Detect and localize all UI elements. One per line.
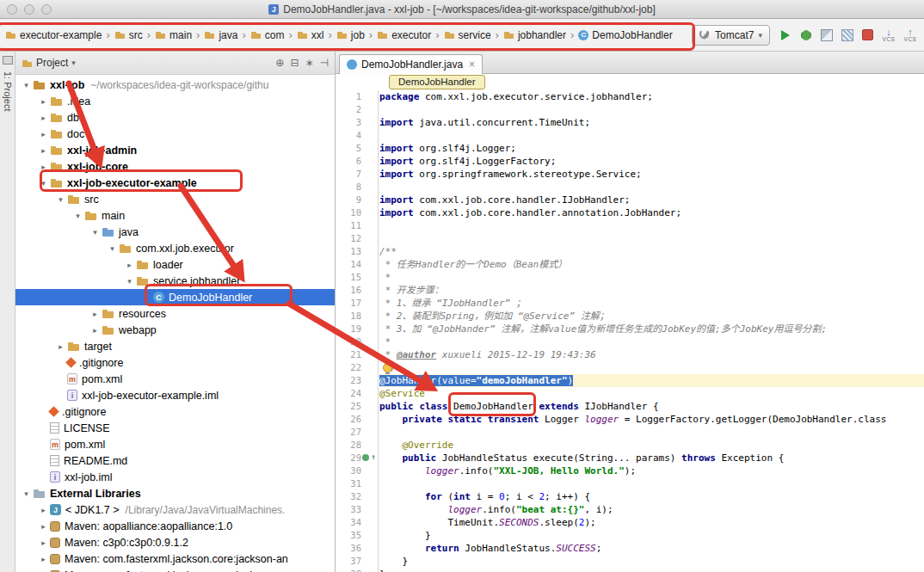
tree-toggle-icon[interactable]: ▾	[124, 277, 135, 286]
minimize-window-button[interactable]	[24, 4, 34, 15]
tree-item-xxl-job[interactable]: ▾xxl-job~/workspaces/idea-git-workspace/…	[15, 77, 335, 93]
chevron-down-icon[interactable]: ▾	[71, 58, 76, 67]
code-line-35[interactable]: }	[379, 529, 924, 542]
tree-toggle-icon[interactable]: ▾	[38, 179, 49, 188]
settings-gear-icon[interactable]: ∗	[305, 57, 313, 69]
tree-item-src[interactable]: ▾src	[15, 191, 335, 207]
tree-item-external-libraries[interactable]: ▾External Libraries	[15, 485, 335, 501]
code-line-29[interactable]: public JobHandleStatus execute(String...…	[379, 452, 924, 464]
code-line-31[interactable]	[379, 477, 924, 490]
tree-toggle-icon[interactable]: ▸	[38, 130, 49, 138]
code-line-13[interactable]: /**	[379, 245, 924, 258]
code-line-3[interactable]: import java.util.concurrent.TimeUnit;	[379, 116, 924, 129]
tree-item-maven-c3p0-c3p0-0-9-1-2[interactable]: ▸Maven: c3p0:c3p0:0.9.1.2	[15, 534, 335, 550]
tree-toggle-icon[interactable]: ▸	[89, 310, 101, 318]
vcs-commit-button[interactable]: ↑ VCS	[901, 26, 920, 45]
tree-toggle-icon[interactable]: ▸	[38, 555, 49, 563]
tree-toggle-icon[interactable]: ▾	[89, 228, 101, 237]
tree-toggle-icon[interactable]: ▸	[38, 522, 49, 531]
code-line-16[interactable]: * 开发步骤：	[379, 284, 924, 297]
code-line-5[interactable]: import org.slf4j.Logger;	[379, 142, 924, 155]
tree-item-main[interactable]: ▾main	[15, 207, 335, 224]
code-line-12[interactable]	[379, 232, 924, 245]
breadcrumb-item-main[interactable]: main	[154, 28, 193, 43]
run-config-select[interactable]: Tomcat7 ▾	[692, 25, 770, 46]
code-line-2[interactable]	[379, 103, 924, 116]
code-line-14[interactable]: * 任务Handler的一个Demo（Bean模式）	[379, 258, 924, 271]
project-tool-button[interactable]: 1: Project	[3, 71, 13, 111]
tree-toggle-icon[interactable]: ▸	[124, 261, 135, 269]
code-line-15[interactable]: *	[379, 271, 924, 284]
tree-item-pom-xml[interactable]: mpom.xml	[15, 436, 335, 452]
tree-item-license[interactable]: LICENSE	[15, 420, 335, 436]
tree-toggle-icon[interactable]: ▾	[21, 81, 32, 89]
scroll-from-source-icon[interactable]: ⊕	[275, 57, 284, 69]
breadcrumb-item-xxl[interactable]: xxl	[296, 28, 325, 43]
tree-item-gitignore[interactable]: .gitignore	[15, 403, 335, 420]
stop-button[interactable]	[859, 26, 877, 44]
tree-toggle-icon[interactable]: ▸	[38, 146, 49, 155]
code-line-11[interactable]	[379, 219, 924, 232]
tree-item-maven-aopalliance-aopalliance-1-0[interactable]: ▸Maven: aopalliance:aopalliance:1.0	[15, 518, 335, 534]
tree-toggle-icon[interactable]: ▸	[38, 506, 49, 514]
tree-item-readme-md[interactable]: README.md	[15, 452, 335, 469]
tree-item-xxl-job-core[interactable]: ▸xxl-job-core	[15, 158, 335, 175]
tree-toggle-icon[interactable]: ▾	[72, 212, 83, 220]
breadcrumb-item-executor[interactable]: executor	[376, 28, 432, 43]
zoom-window-button[interactable]	[41, 4, 52, 15]
vcs-update-button[interactable]: ↓ VCS	[879, 26, 898, 45]
tree-toggle-icon[interactable]: ▸	[38, 538, 49, 547]
debug-button[interactable]	[797, 26, 815, 44]
code-line-32[interactable]: for (int i = 0; i < 2; i++) {	[379, 490, 924, 503]
tree-item-xxl-job-executor-example[interactable]: ▾xxl-job-executor-example	[15, 175, 335, 191]
breadcrumb-item-jobhandler[interactable]: jobhandler	[502, 28, 567, 43]
tree-item-com-xxl-job-executor[interactable]: ▾com.xxl.job.executor	[15, 240, 335, 256]
code-line-37[interactable]: }	[379, 555, 924, 568]
code-line-8[interactable]	[379, 181, 924, 194]
code-line-34[interactable]: TimeUnit.SECONDS.sleep(2);	[379, 516, 924, 529]
breadcrumb-item-demojobhandler[interactable]: CDemoJobHandler	[577, 28, 673, 43]
hide-panel-icon[interactable]: ⊣	[320, 57, 329, 69]
code-line-10[interactable]: import com.xxl.job.core.handler.annotati…	[379, 206, 924, 219]
tree-item-xxl-job-executor-example-iml[interactable]: ixxl-job-executor-example.iml	[15, 387, 335, 403]
code-line-19[interactable]: * 3、加 “@JobHander” 注解，注解value值为新增任务生成的Jo…	[379, 323, 924, 335]
code-line-24[interactable]: @Service	[379, 387, 924, 400]
tree-item-webapp[interactable]: ▸webapp	[15, 322, 335, 338]
code-line-33[interactable]: logger.info("beat at:{}", i);	[379, 503, 924, 516]
tree-item-loader[interactable]: ▸loader	[15, 256, 335, 273]
tree-toggle-icon[interactable]: ▾	[107, 244, 118, 253]
tree-toggle-icon[interactable]: ▸	[89, 326, 101, 335]
code-line-6[interactable]: import org.slf4j.LoggerFactory;	[379, 155, 924, 168]
tree-item-db[interactable]: ▸db	[15, 109, 335, 126]
code-line-17[interactable]: * 1、继承 “IJobHandler” ；	[379, 297, 924, 310]
code-line-22[interactable]: */	[379, 361, 924, 374]
tree-item-service-jobhandler[interactable]: ▾service.jobhandler	[15, 273, 335, 289]
code-line-36[interactable]: return JobHandleStatus.SUCCESS;	[379, 542, 924, 555]
tree-toggle-icon[interactable]: ▸	[38, 97, 49, 106]
code-line-30[interactable]: logger.info("XXL-JOB, Hello World.");	[379, 464, 924, 477]
tree-toggle-icon[interactable]: ▸	[38, 163, 49, 171]
tree-item-maven-com-fasterxml-jackson-core-jackson-co[interactable]: ▸Maven: com.fasterxml.jackson.core:jacks…	[15, 567, 335, 572]
override-marker-icon[interactable]	[362, 453, 376, 463]
code-line-28[interactable]: @Override	[379, 439, 924, 452]
run-button[interactable]	[776, 26, 794, 44]
annotate-button[interactable]	[838, 26, 856, 44]
code-line-20[interactable]: *	[379, 335, 924, 348]
tree-item-idea[interactable]: ▸.idea	[15, 93, 335, 109]
intention-bulb-icon[interactable]	[383, 363, 392, 372]
tree-toggle-icon[interactable]: ▾	[21, 489, 32, 498]
tree-item-target[interactable]: ▸target	[15, 338, 335, 354]
code-line-23[interactable]: @JobHander(value="demoJobHandler")	[379, 374, 924, 387]
code-line-4[interactable]	[379, 129, 924, 142]
tree-item-gitignore[interactable]: .gitignore	[15, 354, 335, 371]
code-line-9[interactable]: import com.xxl.job.core.handler.IJobHand…	[379, 194, 924, 206]
breadcrumb-item-src[interactable]: src	[114, 28, 144, 43]
breadcrumb-item-com[interactable]: com	[249, 28, 286, 43]
tree-item-resources[interactable]: ▸resources	[15, 305, 335, 322]
editor-breadcrumb-chip[interactable]: DemoJobHandler	[389, 75, 485, 89]
tree-item-demojobhandler[interactable]: CDemoJobHandler	[15, 289, 335, 305]
tree-item-jdk1-7[interactable]: ▸J< JDK1.7 >/Library/Java/JavaVirtualMac…	[15, 501, 335, 518]
close-window-button[interactable]	[7, 4, 17, 15]
close-tab-icon[interactable]: ×	[469, 58, 475, 71]
tree-item-java[interactable]: ▾java	[15, 224, 335, 240]
